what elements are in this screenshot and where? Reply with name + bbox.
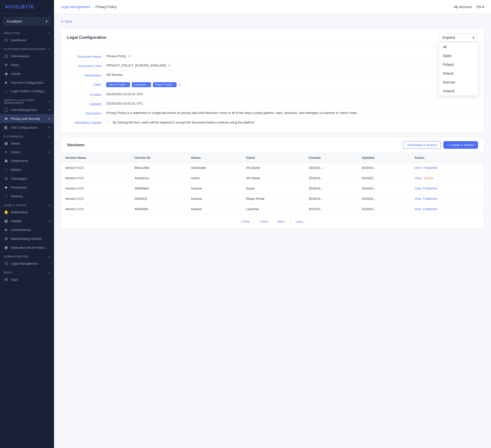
sidebar-item-campaigns[interactable]: ◎ Campaigns (0, 174, 54, 183)
clients-icon: ◉ (4, 71, 8, 76)
sidebar-item-clients[interactable]: ◉ Clients (0, 69, 54, 78)
view-link[interactable]: View (415, 176, 422, 180)
create-version-button[interactable]: + Create a Version (443, 141, 478, 149)
cell-status: Scheduled (187, 163, 242, 173)
client-tag-player: Player Portal × (153, 82, 177, 87)
sidebar-item-payment[interactable]: ◈ Payment Configuration (0, 78, 54, 87)
sidebar-item-achievements[interactable]: ◈ Achievements (0, 225, 54, 234)
sidebar-item-stores[interactable]: ▦ Stores (0, 139, 54, 148)
published-link[interactable]: Published (423, 207, 437, 211)
my-account-link[interactable]: My Account (454, 5, 472, 9)
view-link[interactable]: View (415, 166, 422, 170)
scheduled-version-button[interactable]: Scheduled a Version (403, 141, 441, 149)
remove-launcher[interactable]: × (147, 83, 149, 86)
document-name-value: Privacy Policy ✏ (106, 54, 478, 58)
client-tag-admin: Admin Portal × (106, 82, 130, 87)
field-updated: Updated 2019/10/10 01:01:01 UTC (67, 99, 478, 109)
country-dropdown[interactable]: England ▾ All Spain Poland Ireland Germa… (439, 33, 478, 42)
sidebar-item-label: IAM Configurations (11, 126, 38, 129)
dropdown-option-finland[interactable]: Finland (439, 87, 478, 95)
sidebar-item-label: Clients (11, 72, 21, 76)
field-namespace: Namespace AB Shooter (67, 70, 478, 80)
cell-client: Player Portal (242, 194, 305, 204)
field-created: Created 2019/10/10 01:01:01 UTC (67, 90, 478, 99)
update-link[interactable]: Update (423, 176, 434, 180)
pagination-next[interactable]: Next › (276, 219, 287, 224)
published-link[interactable]: Published (423, 187, 437, 190)
view-link[interactable]: View (415, 187, 422, 190)
sidebar-item-dedicated[interactable]: ▣ Dedicated Server Mana... (0, 243, 54, 252)
wallets-icon: ◌ (4, 167, 8, 172)
table-row: Version 2.0.0 l29r00o3 Inactive Player P… (61, 194, 484, 204)
form-body: Document Name Privacy Policy ✏ Document … (61, 47, 484, 132)
client-value: Admin Portal × Launcher × Player Portal … (106, 82, 478, 87)
mandatory-checkbox-row: By clicking this box, users will be requ… (106, 120, 255, 124)
sidebar-item-privacy[interactable]: ⊕ Privacy and Security ∨ (0, 114, 54, 123)
stores-icon: ▦ (4, 141, 8, 146)
col-action: Action (411, 153, 484, 163)
table-row: Version 3.0.0 308405e0 Inactive Game 201… (61, 183, 484, 194)
sidebar-item-entitlements[interactable]: ▣ Entitlements (0, 156, 54, 165)
privacy-icon: ⊕ (4, 116, 8, 121)
sidebar-item-roles[interactable]: ⊘ Roles (0, 60, 54, 69)
sidebar-item-dashboard[interactable]: ⊙ Dashboard (0, 36, 54, 44)
pagination-first[interactable]: « First (239, 219, 251, 224)
dropdown-trigger[interactable]: England ▾ (439, 33, 478, 42)
table-head: Version Name Version ID Status Client Cr… (61, 153, 484, 163)
language-selector[interactable]: EN ▾ (477, 5, 484, 9)
sidebar-item-legal[interactable]: ⚖ Legal Management (0, 259, 54, 268)
dropdown-option-all[interactable]: All (439, 42, 478, 51)
dropdown-option-ireland[interactable]: Ireland (439, 69, 478, 78)
sidebar-item-apps[interactable]: ⊞ Apps (0, 275, 54, 284)
edit-icon[interactable]: ✏ (168, 64, 171, 67)
view-link[interactable]: View (415, 207, 422, 211)
sidebar-item-orders[interactable]: ≡ Orders ∨ (0, 148, 54, 156)
breadcrumb-current: Privacy Policy (95, 5, 117, 9)
sidebar-item-namespaces[interactable]: ◫ Namespaces (0, 52, 54, 60)
back-button[interactable]: ⊙ Back (61, 20, 484, 23)
dropdown-option-poland[interactable]: Poland (439, 60, 478, 69)
sidebar-item-statistic[interactable]: ▦ Statistic ∨ (0, 217, 54, 225)
pagination-prev[interactable]: ‹ Prev (258, 219, 269, 224)
cell-action: View Published (411, 163, 484, 173)
pagination-last[interactable]: Last » (294, 219, 306, 224)
col-status: Status (187, 153, 242, 163)
table-row: Version 1.0.0 tb0b458b Inactive Launcher… (61, 204, 484, 214)
sidebar: ACCELBYTE AccelByte ▾ ANALYTICS ∨ ⊙ Dash… (0, 0, 54, 448)
edit-icon[interactable]: ✏ (178, 83, 181, 87)
sidebar-item-user-mgmt[interactable]: ◯ User Management ∨ (0, 105, 54, 114)
remove-admin-portal[interactable]: × (126, 83, 128, 86)
versions-header: Versions Scheduled a Version + Create a … (61, 137, 484, 153)
sidebar-item-label: Promotions (11, 186, 27, 189)
dropdown-option-german[interactable]: German (439, 78, 478, 87)
updated-value: 2019/10/10 01:01:01 UTC (106, 102, 478, 105)
sidebar-item-label: Reviews (11, 194, 23, 198)
section-ecommerce: E-COMMERCE ∨ (0, 132, 54, 139)
remove-player-portal[interactable]: × (173, 83, 174, 86)
edit-icon[interactable]: ✏ (128, 54, 131, 58)
cell-updated: 2019/10... (358, 194, 411, 204)
mandatory-update-value: By clicking this box, users will be requ… (106, 120, 478, 124)
sidebar-item-notifications[interactable]: 🔔 Notifications (0, 208, 54, 217)
col-version-id: Version ID (131, 153, 187, 163)
org-selector[interactable]: AccelByte ▾ (3, 17, 51, 26)
lang-label: EN (477, 5, 481, 9)
col-updated: Updated (358, 153, 411, 163)
reviews-icon: ☆ (4, 194, 8, 198)
mandatory-checkbox[interactable] (106, 120, 110, 124)
sidebar-item-reviews[interactable]: ☆ Reviews (0, 192, 54, 201)
dropdown-option-spain[interactable]: Spain (439, 51, 478, 60)
view-link[interactable]: View (415, 197, 422, 201)
breadcrumb-parent[interactable]: Legal Management (61, 5, 90, 9)
sidebar-item-matchmaking[interactable]: ⊞ Matchmaking Ruleset (0, 234, 54, 243)
published-link[interactable]: Published (423, 197, 437, 201)
sidebar-item-label: Apps (11, 278, 18, 281)
logo-text: ACCELBYTE (5, 4, 34, 9)
col-client: Client (242, 153, 305, 163)
sidebar-item-wallets[interactable]: ◌ Wallets (0, 165, 54, 174)
sidebar-item-login[interactable]: → Login Platform Configur... (0, 87, 54, 95)
sidebar-item-promotions[interactable]: ◆ Promotions (0, 183, 54, 192)
sidebar-item-iam[interactable]: ◧ IAM Configurations ∨ (0, 123, 54, 132)
cell-status: Active (187, 173, 242, 183)
published-link[interactable]: Published (423, 166, 437, 170)
